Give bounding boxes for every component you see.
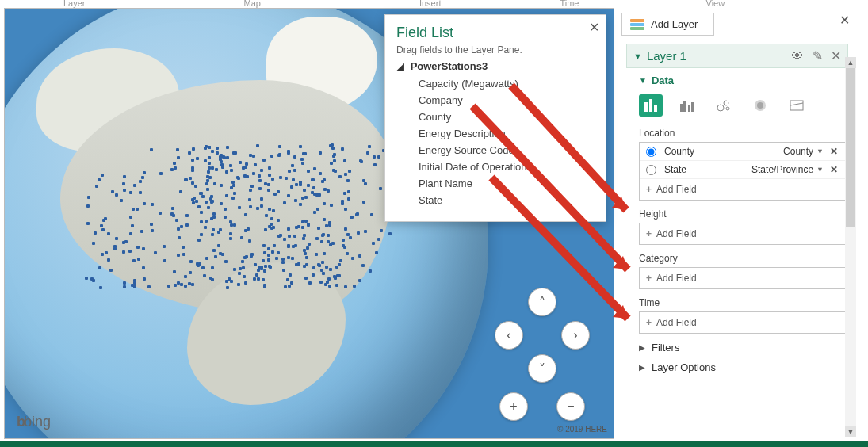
layer-pane: ✕ Add Layer ▼ Layer 1 👁 ✎ ✕ ▼Data Locati… (618, 10, 856, 437)
field-list-panel: ✕ Field List Drag fields to the Layer Pa… (384, 14, 606, 222)
remove-field-icon[interactable]: ✕ (828, 164, 839, 175)
location-add-field[interactable]: +Add Field (640, 179, 846, 200)
category-dropzone[interactable]: +Add Field (639, 267, 847, 289)
bing-logo: bbing (17, 414, 51, 430)
svg-point-7 (717, 105, 724, 111)
field-item[interactable]: Capacity (Megawatts) (419, 75, 595, 92)
zoom-in-button[interactable]: + (499, 392, 528, 421)
visibility-icon[interactable]: 👁 (791, 49, 804, 63)
viz-clustered-column[interactable] (675, 94, 699, 117)
location-label: Location (639, 128, 856, 139)
category-add-field[interactable]: +Add Field (640, 268, 846, 288)
field-list-subtitle: Drag fields to the Layer Pane. (396, 44, 595, 55)
category-label: Category (639, 253, 856, 264)
time-add-field[interactable]: +Add Field (640, 312, 846, 333)
svg-rect-5 (688, 105, 690, 112)
svg-rect-0 (644, 102, 648, 112)
layers-icon (630, 19, 644, 30)
location-radio[interactable] (646, 165, 656, 175)
location-radio[interactable] (646, 147, 656, 157)
field-list-title: Field List (396, 25, 595, 41)
close-pane-icon[interactable]: ✕ (833, 10, 856, 31)
field-item[interactable]: Energy Source Code (419, 142, 595, 159)
viz-heatmap[interactable] (748, 94, 772, 117)
pan-right-button[interactable]: › (561, 321, 590, 350)
field-item[interactable]: Plant Name (419, 175, 595, 192)
filters-section[interactable]: ▶Filters (639, 342, 856, 353)
location-row[interactable]: State State/Province ▼ ✕ (640, 161, 846, 179)
height-dropzone[interactable]: +Add Field (639, 223, 847, 245)
tilt-down-button[interactable]: ˅ (528, 354, 556, 383)
remove-field-icon[interactable]: ✕ (828, 146, 839, 157)
field-item[interactable]: Energy Description (419, 125, 595, 142)
field-item[interactable]: County (419, 109, 595, 125)
layer-name[interactable]: Layer 1 (647, 49, 786, 63)
table-name[interactable]: PowerStations3 (411, 60, 488, 72)
delete-layer-icon[interactable]: ✕ (831, 49, 841, 63)
field-item[interactable]: Company (419, 92, 595, 109)
zoom-out-button[interactable]: − (556, 392, 585, 421)
close-icon[interactable]: ✕ (589, 20, 599, 35)
layer-options-section[interactable]: ▶Layer Options (639, 361, 856, 373)
svg-rect-3 (680, 104, 683, 112)
location-type-select[interactable]: County ▼ (732, 146, 824, 157)
height-label: Height (639, 208, 856, 220)
viz-bubble[interactable] (712, 94, 736, 117)
svg-rect-4 (683, 101, 686, 112)
scroll-thumb[interactable] (846, 68, 855, 227)
collapse-layer-icon[interactable]: ▼ (633, 52, 642, 61)
edit-icon[interactable]: ✎ (813, 49, 823, 63)
svg-rect-2 (654, 105, 657, 112)
field-item[interactable]: State (419, 192, 595, 208)
table-collapse-caret[interactable]: ◢ (396, 60, 404, 72)
viz-region[interactable] (785, 94, 809, 117)
pan-left-button[interactable]: ‹ (495, 321, 523, 350)
location-row[interactable]: County County ▼ ✕ (640, 143, 846, 161)
location-field-name: County (664, 146, 728, 157)
ribbon-tabs: Layer Map Insert Time View (0, 0, 868, 6)
map-nav-controls: ˄ ‹ › ˅ + − (487, 288, 598, 430)
location-field-name: State (664, 164, 728, 175)
location-type-select[interactable]: State/Province ▼ (732, 164, 824, 175)
layer-header[interactable]: ▼ Layer 1 👁 ✎ ✕ (626, 44, 848, 68)
viz-stacked-column[interactable] (639, 94, 663, 117)
status-bar (0, 441, 868, 447)
svg-point-11 (757, 102, 763, 109)
svg-point-9 (726, 107, 729, 110)
svg-rect-6 (691, 102, 694, 112)
data-section-header[interactable]: ▼Data (639, 74, 840, 86)
pane-scrollbar[interactable]: ▲ ▼ (845, 57, 856, 437)
svg-point-8 (724, 101, 728, 105)
visualization-row (639, 94, 856, 117)
location-dropzone[interactable]: County County ▼ ✕ State State/Province ▼… (639, 142, 847, 201)
height-add-field[interactable]: +Add Field (640, 224, 846, 244)
scroll-up-icon[interactable]: ▲ (845, 57, 856, 68)
tilt-up-button[interactable]: ˄ (528, 288, 556, 316)
svg-rect-1 (649, 99, 652, 112)
time-label: Time (639, 297, 856, 308)
field-item[interactable]: Initial Date of Operation (419, 159, 595, 175)
time-dropzone[interactable]: +Add Field (639, 311, 847, 334)
scroll-down-icon[interactable]: ▼ (845, 426, 856, 437)
add-layer-button[interactable]: Add Layer (621, 13, 714, 36)
